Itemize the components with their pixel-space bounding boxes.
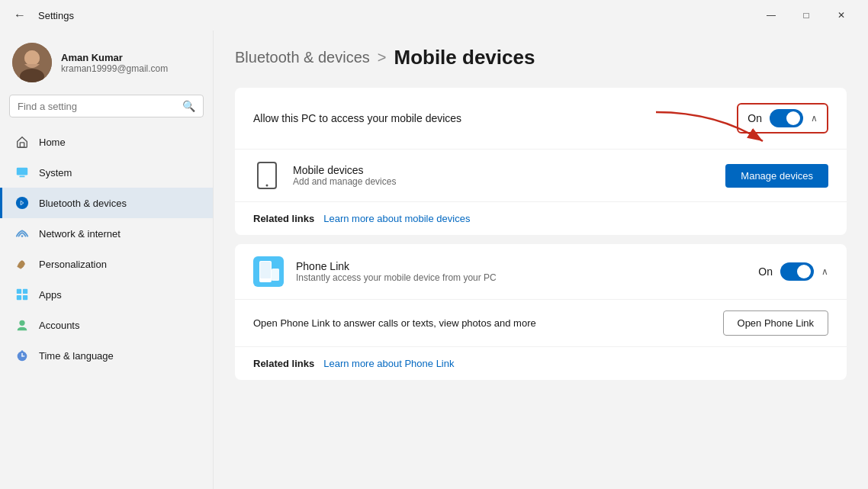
nav-section: Home System Bluetooth [0, 127, 213, 489]
mobile-device-desc: Add and manage devices [293, 176, 713, 187]
related-links-2: Related links Learn more about Phone Lin… [235, 346, 847, 380]
avatar [12, 43, 52, 82]
system-icon [14, 165, 30, 180]
mobile-device-icon [253, 162, 281, 189]
phone-link-toggle-label: On [758, 265, 773, 278]
sidebar-item-network[interactable]: Network & internet [0, 218, 213, 249]
svg-rect-5 [17, 168, 27, 175]
allow-toggle-label: On [747, 112, 762, 124]
sidebar-label-accounts: Accounts [39, 320, 79, 331]
home-icon [14, 134, 30, 150]
breadcrumb-separator: > [378, 49, 387, 66]
user-name: Aman Kumar [61, 52, 168, 63]
sidebar-item-accounts[interactable]: Accounts [0, 310, 213, 340]
phone-link-desc: Instantly access your mobile device from… [296, 272, 746, 283]
phone-link-icon [253, 256, 284, 287]
svg-rect-12 [23, 295, 27, 300]
svg-rect-6 [19, 176, 24, 178]
allow-label: Allow this PC to access your mobile devi… [253, 112, 461, 124]
phone-link-expand-button[interactable]: ∧ [821, 266, 828, 277]
titlebar-left: ← Settings [9, 5, 74, 26]
svg-rect-9 [17, 289, 21, 294]
sidebar-item-home[interactable]: Home [0, 127, 213, 157]
sidebar-label-home: Home [39, 137, 66, 148]
sidebar-item-bluetooth[interactable]: Bluetooth & devices [0, 188, 213, 218]
sidebar-label-system: System [39, 167, 72, 179]
phone-link-name: Phone Link [296, 260, 746, 272]
toggle-knob [786, 111, 800, 125]
allow-pc-card: Allow this PC to access your mobile devi… [235, 88, 847, 235]
user-profile[interactable]: Aman Kumar kraman19999@gmail.com [0, 31, 213, 92]
open-phone-link-button[interactable]: Open Phone Link [723, 310, 828, 336]
svg-rect-4 [20, 143, 24, 147]
svg-point-13 [19, 320, 24, 326]
app-title: Settings [38, 10, 74, 21]
svg-point-17 [21, 350, 24, 352]
related-links-label-1: Related links [253, 213, 314, 224]
breadcrumb-current: Mobile devices [394, 46, 535, 69]
sidebar-item-system[interactable]: System [0, 157, 213, 188]
mobile-devices-row: Mobile devices Add and manage devices Ma… [235, 149, 847, 201]
svg-rect-25 [272, 269, 279, 281]
sidebar-label-personalization: Personalization [39, 259, 107, 270]
maximize-button[interactable]: □ [789, 3, 824, 27]
svg-point-7 [16, 197, 28, 209]
allow-row: Allow this PC to access your mobile devi… [235, 88, 847, 149]
window-controls: — □ ✕ [754, 3, 859, 27]
user-email: kraman19999@gmail.com [61, 63, 168, 74]
allow-toggle-container: On ∧ [737, 103, 828, 134]
svg-point-24 [265, 279, 266, 281]
back-button[interactable]: ← [9, 5, 31, 26]
personalization-icon [14, 256, 30, 272]
sidebar-item-apps[interactable]: Apps [0, 279, 213, 310]
svg-point-3 [24, 50, 40, 66]
manage-devices-button[interactable]: Manage devices [725, 164, 828, 188]
svg-rect-23 [260, 262, 271, 278]
svg-rect-10 [23, 289, 27, 294]
accounts-icon [14, 317, 30, 333]
network-icon [14, 226, 30, 241]
related-link-1[interactable]: Learn more about mobile devices [323, 213, 470, 224]
phone-link-header: Phone Link Instantly access your mobile … [235, 244, 847, 299]
allow-expand-button[interactable]: ∧ [811, 113, 818, 124]
related-link-2[interactable]: Learn more about Phone Link [323, 358, 454, 369]
allow-toggle-switch[interactable] [770, 109, 803, 127]
sidebar-item-time[interactable]: Time & language [0, 340, 213, 371]
mobile-device-info: Mobile devices Add and manage devices [293, 164, 713, 187]
breadcrumb-parent[interactable]: Bluetooth & devices [235, 49, 370, 66]
breadcrumb: Bluetooth & devices > Mobile devices [235, 46, 847, 69]
sidebar-label-network: Network & internet [39, 228, 121, 240]
user-info: Aman Kumar kraman19999@gmail.com [61, 52, 168, 74]
open-phone-link-row: Open Phone Link to answer calls or texts… [235, 299, 847, 346]
titlebar: ← Settings — □ ✕ [0, 0, 868, 31]
open-phone-link-desc: Open Phone Link to answer calls or texts… [253, 317, 536, 329]
sidebar: Aman Kumar kraman19999@gmail.com 🔍 Home [0, 31, 214, 489]
search-icon: 🔍 [182, 100, 195, 112]
phone-link-toggle-knob [797, 265, 811, 278]
phone-link-toggle-area: On ∧ [758, 262, 828, 281]
time-icon [14, 348, 30, 363]
mobile-device-name: Mobile devices [293, 164, 713, 176]
phone-link-info: Phone Link Instantly access your mobile … [296, 260, 746, 283]
phone-link-card: Phone Link Instantly access your mobile … [235, 244, 847, 380]
search-bar[interactable]: 🔍 [9, 95, 204, 117]
close-button[interactable]: ✕ [824, 3, 859, 27]
main-content: Bluetooth & devices > Mobile devices All… [214, 31, 868, 489]
search-input[interactable] [18, 101, 176, 112]
app-body: Aman Kumar kraman19999@gmail.com 🔍 Home [0, 31, 868, 489]
svg-point-20 [266, 185, 268, 187]
apps-icon [14, 287, 30, 302]
related-links-label-2: Related links [253, 358, 314, 369]
related-links-1: Related links Learn more about mobile de… [235, 201, 847, 235]
svg-point-8 [21, 235, 24, 237]
bluetooth-icon [14, 195, 30, 211]
minimize-button[interactable]: — [754, 3, 789, 27]
sidebar-label-apps: Apps [39, 289, 62, 301]
sidebar-item-personalization[interactable]: Personalization [0, 249, 213, 279]
phone-link-toggle-switch[interactable] [780, 262, 814, 281]
svg-rect-11 [17, 295, 21, 300]
sidebar-label-bluetooth: Bluetooth & devices [39, 198, 127, 209]
sidebar-label-time: Time & language [39, 350, 114, 362]
